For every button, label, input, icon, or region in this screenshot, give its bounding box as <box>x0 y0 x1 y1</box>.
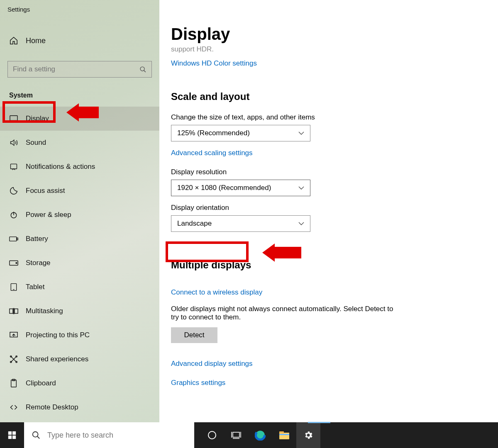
select-text-size[interactable]: 125% (Recommended) <box>171 125 310 141</box>
remote-desktop-icon <box>9 403 18 411</box>
nav-item-storage[interactable]: Storage <box>0 251 159 275</box>
svg-rect-34 <box>233 432 239 437</box>
detect-description: Older displays might not always connect … <box>171 305 395 321</box>
svg-rect-7 <box>10 237 17 241</box>
nav-item-notifications[interactable]: Notifications & actions <box>0 155 159 179</box>
nav-home-label: Home <box>26 37 46 45</box>
search-box[interactable] <box>7 61 152 78</box>
svg-point-33 <box>208 431 216 439</box>
power-icon <box>9 211 18 219</box>
taskbar-active-indicator <box>308 422 330 423</box>
field-text-size: Change the size of text, apps, and other… <box>171 113 486 141</box>
app-title: Settings <box>0 0 159 13</box>
svg-rect-2 <box>10 116 17 121</box>
storage-icon <box>9 260 18 266</box>
nav-item-label: Remote Desktop <box>26 403 78 411</box>
taskbar-taskview-icon[interactable] <box>224 422 248 448</box>
nav-item-tablet[interactable]: Tablet <box>0 275 159 299</box>
svg-rect-29 <box>8 436 12 439</box>
taskbar-cortana-icon[interactable] <box>200 422 224 448</box>
taskbar <box>0 422 498 448</box>
nav-list: Display Sound Notifications & actions <box>0 107 159 419</box>
section-scale-layout: Scale and layout <box>171 91 486 102</box>
main-content: Display support HDR. Windows HD Color se… <box>159 0 498 422</box>
search-icon <box>139 66 146 73</box>
nav-item-focus-assist[interactable]: Focus assist <box>0 179 159 203</box>
svg-rect-28 <box>12 431 16 435</box>
nav-item-label: Projecting to this PC <box>26 331 90 339</box>
home-icon <box>9 36 18 45</box>
label-text-size: Change the size of text, apps, and other… <box>171 113 486 122</box>
nav-item-label: Notifications & actions <box>26 163 95 171</box>
nav-item-sound[interactable]: Sound <box>0 131 159 155</box>
nav-item-display[interactable]: Display <box>0 107 159 131</box>
svg-rect-27 <box>8 431 12 435</box>
button-detect[interactable]: Detect <box>171 327 217 343</box>
tablet-icon <box>9 283 18 291</box>
nav-item-multitasking[interactable]: Multitasking <box>0 299 159 323</box>
link-advanced-scaling[interactable]: Advanced scaling settings <box>171 149 486 157</box>
label-resolution: Display resolution <box>171 168 486 176</box>
focus-assist-icon <box>9 186 18 195</box>
select-resolution-value: 1920 × 1080 (Recommended) <box>177 184 271 192</box>
nav-item-label: Tablet <box>26 283 44 291</box>
field-orientation: Display orientation Landscape <box>171 204 486 232</box>
svg-line-1 <box>144 70 146 72</box>
svg-rect-25 <box>11 380 17 387</box>
taskbar-settings-icon[interactable] <box>296 422 320 448</box>
link-hd-color-settings[interactable]: Windows HD Color settings <box>171 59 486 68</box>
taskbar-start-button[interactable] <box>0 422 24 448</box>
taskbar-file-explorer-icon[interactable] <box>272 422 296 448</box>
select-text-size-value: 125% (Recommended) <box>177 129 250 137</box>
nav-item-remote-desktop[interactable]: Remote Desktop <box>0 395 159 419</box>
spacer <box>194 422 200 448</box>
nav-item-label: Battery <box>26 235 48 243</box>
link-graphics-settings[interactable]: Graphics settings <box>171 379 486 387</box>
svg-line-32 <box>37 436 40 439</box>
taskbar-edge-icon[interactable] <box>248 422 272 448</box>
chevron-down-icon <box>298 131 304 135</box>
select-orientation[interactable]: Landscape <box>171 215 310 232</box>
clipboard-icon <box>9 379 18 388</box>
section-multiple-displays: Multiple displays <box>171 259 251 271</box>
search-input[interactable] <box>13 65 133 73</box>
section-label: System <box>0 78 159 107</box>
search-icon <box>32 431 41 440</box>
sound-icon <box>9 139 18 147</box>
svg-point-31 <box>33 432 38 437</box>
chevron-down-icon <box>298 186 304 190</box>
notifications-icon <box>9 163 18 171</box>
projecting-icon <box>9 331 18 339</box>
svg-rect-30 <box>12 436 16 439</box>
link-advanced-display[interactable]: Advanced display settings <box>171 360 486 368</box>
nav-item-battery[interactable]: Battery <box>0 227 159 251</box>
hdr-fragment-text: support HDR. <box>171 45 486 54</box>
select-resolution[interactable]: 1920 × 1080 (Recommended) <box>171 180 310 196</box>
svg-rect-40 <box>279 433 289 439</box>
shared-icon <box>9 355 18 363</box>
nav-item-label: Focus assist <box>26 187 65 195</box>
select-orientation-value: Landscape <box>177 219 212 228</box>
display-icon <box>9 115 18 122</box>
nav-home[interactable]: Home <box>0 32 159 49</box>
label-orientation: Display orientation <box>171 204 486 212</box>
nav-item-label: Shared experiences <box>26 355 88 363</box>
nav-item-projecting[interactable]: Projecting to this PC <box>0 323 159 347</box>
svg-rect-4 <box>11 164 17 169</box>
page-title: Display <box>171 25 486 44</box>
taskbar-search-input[interactable] <box>47 431 178 440</box>
svg-rect-13 <box>10 309 13 314</box>
sidebar: Settings Home System Display <box>0 0 159 422</box>
field-resolution: Display resolution 1920 × 1080 (Recommen… <box>171 168 486 196</box>
nav-item-clipboard[interactable]: Clipboard <box>0 371 159 395</box>
nav-item-label: Display <box>26 114 49 123</box>
svg-rect-42 <box>279 434 289 435</box>
nav-item-label: Power & sleep <box>26 211 71 219</box>
svg-rect-14 <box>15 309 18 314</box>
nav-item-shared[interactable]: Shared experiences <box>0 347 159 371</box>
multitasking-icon <box>9 307 18 315</box>
taskbar-search[interactable] <box>24 422 194 448</box>
svg-point-0 <box>140 67 144 71</box>
link-wireless-display[interactable]: Connect to a wireless display <box>171 288 486 297</box>
nav-item-power-sleep[interactable]: Power & sleep <box>0 203 159 227</box>
